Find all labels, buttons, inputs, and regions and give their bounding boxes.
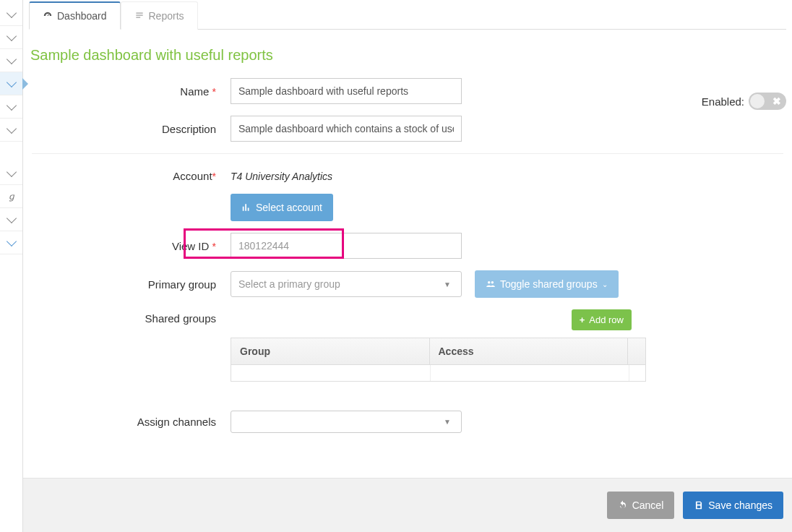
caret-down-icon: ▼	[441, 280, 454, 288]
undo-icon	[618, 500, 628, 510]
cancel-label: Cancel	[632, 499, 664, 511]
page-title: Sample dashboard with useful reports	[29, 30, 786, 78]
sidebar-item-7[interactable]	[0, 162, 22, 185]
main-panel: Dashboard Reports Sample dashboard with …	[23, 0, 792, 532]
sidebar-item-5[interactable]	[0, 95, 22, 119]
view-id-label: View ID	[172, 240, 209, 252]
assign-channels-select[interactable]: ▼	[231, 411, 462, 433]
description-label: Description	[162, 123, 216, 135]
dashboard-icon	[43, 11, 53, 21]
chevron-down-icon	[6, 213, 16, 223]
shared-groups-table: Group Access	[231, 338, 646, 382]
caret-down-icon: ▼	[441, 418, 454, 426]
assign-channels-label: Assign channels	[137, 416, 216, 428]
sidebar: ɡ	[0, 0, 23, 532]
column-header-group: Group	[231, 338, 430, 364]
sidebar-item-2[interactable]	[0, 26, 22, 49]
name-label: Name	[180, 85, 209, 98]
enabled-label: Enabled:	[702, 95, 744, 108]
reports-icon	[134, 11, 145, 21]
enabled-toggle[interactable]: ✖	[749, 93, 786, 110]
tab-dashboard-label: Dashboard	[57, 10, 107, 22]
tab-reports[interactable]: Reports	[121, 1, 198, 30]
sidebar-item-6[interactable]	[0, 119, 22, 142]
primary-group-label: Primary group	[148, 278, 216, 291]
chevron-down-icon	[6, 53, 16, 64]
account-label: Account	[173, 170, 212, 182]
save-icon	[694, 500, 704, 510]
chevron-down-icon	[6, 30, 16, 40]
chevron-down-icon	[6, 100, 16, 110]
account-value: T4 University Analytics	[231, 171, 332, 182]
toggle-shared-groups-label: Toggle shared groups	[500, 278, 598, 290]
footer: Cancel Save changes	[23, 478, 792, 532]
save-button[interactable]: Save changes	[683, 492, 783, 519]
description-input[interactable]	[231, 116, 462, 142]
sidebar-item-9[interactable]	[0, 208, 22, 231]
toggle-shared-groups-button[interactable]: Toggle shared groups ⌄	[475, 270, 619, 298]
primary-group-placeholder: Select a primary group	[238, 278, 340, 290]
chevron-down-icon	[6, 123, 16, 133]
required-icon: *	[212, 241, 216, 252]
column-header-access: Access	[430, 338, 629, 364]
chevron-down-icon	[6, 7, 16, 17]
required-icon: *	[212, 171, 216, 182]
users-icon	[486, 279, 496, 289]
sidebar-item-8[interactable]: ɡ	[0, 185, 22, 208]
add-row-label: Add row	[589, 314, 624, 325]
tab-dashboard[interactable]: Dashboard	[29, 1, 121, 30]
chevron-down-icon	[6, 77, 16, 87]
primary-group-select[interactable]: Select a primary group ▼	[231, 271, 462, 297]
caret-down-icon: ⌄	[602, 280, 608, 288]
chevron-down-icon	[6, 236, 16, 246]
sidebar-item-1[interactable]	[0, 3, 22, 26]
select-account-label: Select account	[256, 202, 322, 213]
sidebar-item-active[interactable]	[0, 72, 22, 95]
table-row	[231, 365, 645, 381]
column-header-actions	[628, 338, 645, 364]
toggle-knob	[750, 94, 765, 108]
sidebar-separator	[0, 142, 22, 162]
plus-icon: +	[580, 314, 585, 325]
tabs: Dashboard Reports	[29, 1, 786, 30]
sidebar-item-3[interactable]	[0, 49, 22, 72]
shared-groups-label: Shared groups	[145, 312, 216, 325]
name-input[interactable]	[231, 78, 462, 104]
separator	[32, 153, 783, 154]
add-row-button[interactable]: + Add row	[572, 309, 632, 330]
select-account-button[interactable]: Select account	[231, 194, 333, 221]
cancel-button[interactable]: Cancel	[607, 492, 675, 519]
bar-chart-icon	[241, 202, 251, 213]
view-id-input[interactable]	[231, 233, 462, 259]
sidebar-item-10[interactable]	[0, 231, 22, 254]
required-icon: *	[212, 86, 216, 98]
save-label: Save changes	[708, 499, 772, 511]
tab-reports-label: Reports	[149, 10, 184, 22]
close-icon: ✖	[772, 95, 781, 108]
chevron-down-icon	[6, 166, 16, 176]
